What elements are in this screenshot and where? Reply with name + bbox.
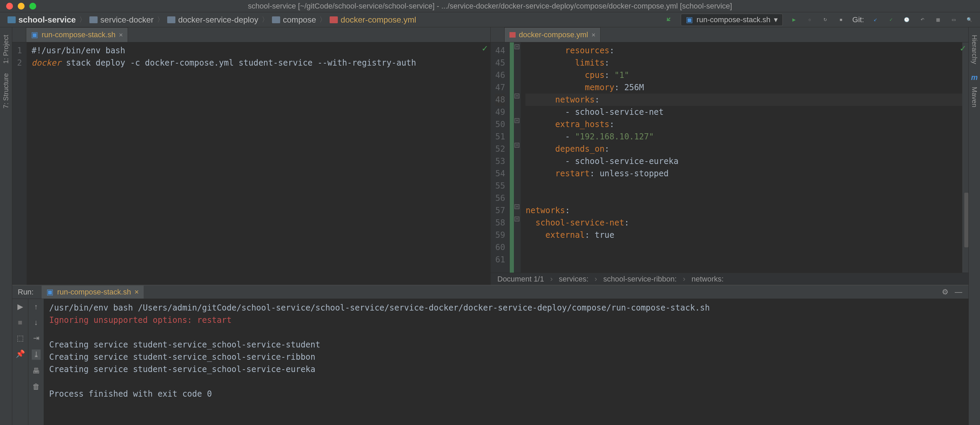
fold-handle[interactable]: −	[515, 118, 519, 123]
chevron-down-icon: ▾	[774, 15, 778, 24]
chevron-right-icon: 〉	[157, 15, 164, 24]
scrollbar-thumb[interactable]	[964, 193, 969, 248]
close-tab-icon[interactable]: ×	[119, 31, 123, 39]
chevron-right-icon: ›	[550, 275, 552, 284]
folder-icon	[89, 16, 98, 23]
left-tool-strip: 1: Project 7: Structure	[0, 27, 12, 425]
maven-m-icon: m	[971, 73, 978, 82]
run-label: Run:	[18, 288, 33, 297]
settings-icon[interactable]: ⚙	[942, 288, 948, 297]
tab-label: docker-compose.yml	[519, 30, 588, 39]
navigation-bar: school-service 〉 service-docker 〉 docker…	[0, 12, 980, 27]
overview-ruler[interactable]	[962, 42, 969, 273]
breadcrumb-doc[interactable]: Document 1/1	[498, 275, 544, 284]
breadcrumb-node[interactable]: school-service-ribbon:	[603, 275, 677, 284]
minimize-panel-icon[interactable]: —	[955, 288, 962, 297]
structure-tool-button[interactable]: 7: Structure	[2, 73, 10, 108]
editor-tab[interactable]: ▣ run-compose-stack.sh ×	[26, 27, 128, 42]
fold-handle[interactable]: −	[515, 143, 519, 148]
run-output[interactable]: /usr/bin/env bash /Users/admin/gitCode/s…	[44, 299, 969, 425]
ide-settings-icon[interactable]: ▦	[934, 15, 942, 24]
chevron-right-icon: 〉	[79, 15, 86, 24]
inspection-ok-icon[interactable]: ✓	[959, 44, 966, 53]
stop-button[interactable]: ■	[837, 15, 846, 24]
close-tab-icon[interactable]: ×	[134, 288, 139, 297]
scroll-to-end-icon[interactable]: ⤓	[32, 350, 41, 360]
git-update-icon[interactable]: ↙	[871, 15, 880, 24]
editor-breadcrumbs: Document 1/1 › services: › school-servic…	[491, 273, 969, 285]
editor-tab[interactable]: docker-compose.yml ×	[504, 27, 601, 42]
fold-handle[interactable]: −	[515, 217, 519, 221]
titlebar: school-service [~/gitCode/school-service…	[0, 0, 980, 12]
fold-gutter: − − − − − −	[514, 42, 521, 273]
breadcrumb-item[interactable]: service-docker	[100, 15, 154, 25]
vcs-change-marker	[510, 42, 514, 273]
layout-button[interactable]: ⬚	[17, 334, 24, 343]
chevron-right-icon: ›	[595, 275, 597, 284]
breadcrumb-node[interactable]: services:	[559, 275, 589, 284]
layout-icon[interactable]: ▭	[949, 15, 958, 24]
back-arrow-icon[interactable]	[665, 15, 674, 24]
run-tool-window: Run: ▣ run-compose-stack.sh × ⚙ — ▶ ■ ⬚ …	[12, 285, 969, 425]
revert-icon[interactable]: ↶	[918, 15, 927, 24]
maximize-window-button[interactable]	[29, 3, 36, 10]
clear-icon[interactable]: 🗑	[32, 382, 40, 391]
window-title: school-service [~/gitCode/school-service…	[248, 2, 732, 11]
rerun-button[interactable]: ▶	[18, 302, 23, 311]
folder-icon	[167, 16, 175, 23]
project-tool-button[interactable]: 1: Project	[2, 35, 10, 64]
history-icon[interactable]: 🕓	[902, 15, 911, 24]
breadcrumb-root[interactable]: school-service	[18, 15, 76, 25]
code-content[interactable]: #!/usr/bin/env bash docker stack deploy …	[27, 42, 490, 285]
hierarchy-tool-button[interactable]: Hierarchy	[970, 35, 978, 64]
run-tab-label: run-compose-stack.sh	[57, 288, 131, 297]
run-toolbar-left2: ↑ ↓ ⇥ ⤓ 🖶 🗑	[28, 299, 44, 425]
line-numbers: 444546474849505152535455565758596061	[491, 42, 510, 273]
editor-right[interactable]: 444546474849505152535455565758596061 − −…	[491, 42, 969, 273]
yaml-file-icon	[329, 16, 338, 23]
breadcrumb-item[interactable]: compose	[283, 15, 316, 25]
chevron-right-icon: ›	[683, 275, 685, 284]
maven-tool-button[interactable]: Maven	[970, 87, 978, 107]
right-tool-strip: Hierarchy m Maven	[969, 27, 980, 425]
search-everywhere-icon[interactable]: 🔍	[965, 15, 974, 24]
breadcrumb-item[interactable]: docker-service-deploy	[178, 15, 258, 25]
fold-handle[interactable]: −	[515, 204, 519, 209]
code-content[interactable]: resources: limits: cpus: "1" memory: 256…	[521, 42, 962, 273]
run-config-selector[interactable]: ▣ run-compose-stack.sh ▾	[681, 14, 783, 26]
fold-handle[interactable]: −	[515, 45, 519, 49]
chevron-right-icon: 〉	[320, 15, 326, 24]
breadcrumb-node[interactable]: networks:	[691, 275, 724, 284]
run-button[interactable]: ▶	[790, 15, 799, 24]
coverage-button[interactable]: ↻	[821, 15, 830, 24]
run-toolbar-left: ▶ ■ ⬚ 📌	[12, 299, 28, 425]
chevron-right-icon: 〉	[262, 15, 269, 24]
pin-button[interactable]: 📌	[16, 350, 25, 358]
print-icon[interactable]: 🖶	[32, 367, 40, 375]
yaml-file-icon	[509, 32, 515, 38]
up-icon[interactable]: ↑	[34, 302, 38, 311]
debug-button[interactable]: ⌾	[805, 15, 814, 24]
project-icon	[8, 16, 16, 23]
inspection-ok-icon[interactable]: ✓	[482, 44, 488, 53]
git-label: Git:	[853, 15, 864, 24]
minimize-window-button[interactable]	[18, 3, 25, 10]
git-commit-icon[interactable]: ✓	[886, 15, 896, 24]
folder-icon	[272, 16, 280, 23]
run-config-label: run-compose-stack.sh	[697, 15, 770, 24]
soft-wrap-icon[interactable]: ⇥	[33, 334, 39, 343]
close-tab-icon[interactable]: ×	[591, 31, 595, 39]
run-tab[interactable]: ▣ run-compose-stack.sh ×	[41, 286, 143, 299]
down-icon[interactable]: ↓	[34, 318, 38, 327]
editor-left[interactable]: 12 #!/usr/bin/env bash docker stack depl…	[12, 42, 490, 285]
fold-handle[interactable]: −	[515, 94, 519, 98]
tab-label: run-compose-stack.sh	[41, 30, 115, 39]
close-window-button[interactable]	[6, 3, 13, 10]
breadcrumb-file[interactable]: docker-compose.yml	[340, 15, 416, 25]
line-numbers: 12	[12, 42, 27, 285]
stop-button[interactable]: ■	[18, 318, 22, 327]
